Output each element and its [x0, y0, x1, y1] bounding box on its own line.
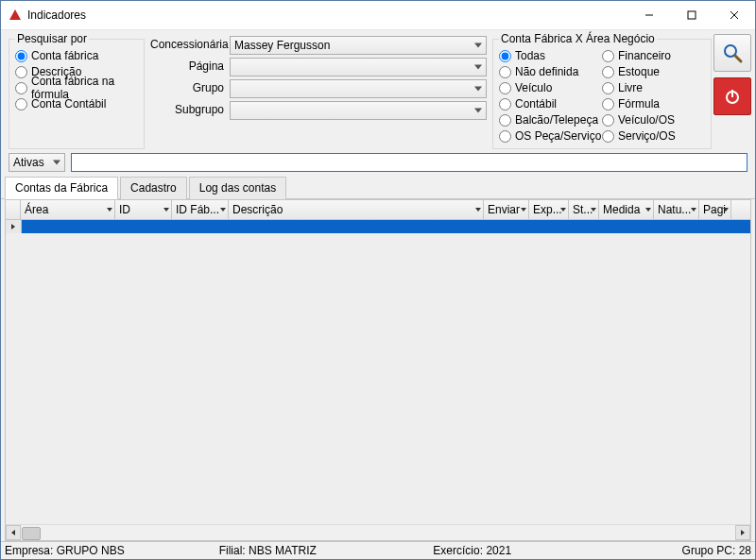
scroll-right-button[interactable] — [735, 525, 750, 540]
radio-input[interactable] — [499, 50, 511, 62]
window-title: Indicadores — [27, 8, 627, 22]
radio-label: Fórmula — [618, 97, 660, 110]
radio-label: OS Peça/Serviço — [515, 129, 601, 143]
dropdown-icon — [645, 208, 651, 212]
radio-input[interactable] — [499, 98, 511, 110]
column-header[interactable]: Descrição — [229, 200, 484, 219]
radio-input[interactable] — [602, 114, 614, 127]
search-input[interactable] — [71, 153, 747, 172]
column-label: ID — [119, 203, 130, 216]
pesquisar-option[interactable]: Conta fábrica — [15, 48, 138, 63]
chevron-down-icon — [474, 87, 482, 92]
radio-input[interactable] — [499, 130, 511, 143]
cfan-option[interactable]: OS Peça/Serviço — [499, 128, 602, 144]
radio-input[interactable] — [499, 82, 511, 94]
column-header[interactable]: ID — [115, 200, 172, 219]
horizontal-scrollbar[interactable] — [6, 524, 750, 540]
column-header[interactable]: Medida — [599, 200, 654, 219]
radio-input[interactable] — [15, 82, 27, 94]
grid-body[interactable] — [6, 233, 750, 524]
radio-input[interactable] — [15, 66, 27, 78]
radio-label: Conta fábrica — [31, 49, 98, 62]
radio-input[interactable] — [602, 50, 614, 62]
cfan-option[interactable]: Serviço/OS — [602, 128, 705, 144]
cfan-option[interactable]: Contábil — [499, 96, 602, 111]
svg-rect-2 — [688, 11, 696, 19]
grupo-combo[interactable] — [230, 79, 487, 98]
radio-input[interactable] — [602, 98, 614, 110]
side-buttons — [713, 32, 751, 149]
triangle-left-icon — [11, 530, 15, 535]
column-header[interactable]: ID Fáb... — [172, 200, 229, 219]
status-grupopc: Grupo PC: 28 — [647, 544, 751, 557]
column-label: Descrição — [232, 203, 283, 216]
concessionaria-value: Massey Fergusson — [234, 39, 330, 52]
radio-label: Serviço/OS — [618, 129, 676, 143]
tab[interactable]: Contas da Fábrica — [5, 177, 118, 199]
dropdown-icon — [521, 208, 526, 212]
tab[interactable]: Log das contas — [189, 177, 286, 199]
column-header[interactable]: Exp... — [529, 200, 569, 219]
pesquisar-option[interactable]: Conta fábrica na fórmula — [15, 80, 138, 95]
column-header[interactable]: Pagi — [699, 200, 731, 219]
mid-filters: Concessionária Massey Fergusson Página G… — [150, 32, 487, 149]
column-label: Enviar — [488, 203, 520, 216]
cfan-option[interactable]: Veículo — [499, 80, 602, 95]
selected-row[interactable] — [6, 220, 750, 233]
grupo-label: Grupo — [150, 79, 226, 98]
cfan-option[interactable]: Livre — [602, 80, 705, 95]
radio-label: Livre — [618, 81, 643, 94]
pesquisar-legend: Pesquisar por — [15, 32, 89, 45]
cfan-option[interactable]: Não definida — [499, 64, 602, 79]
column-header[interactable]: Área — [21, 200, 115, 219]
radio-input[interactable] — [602, 82, 614, 94]
scroll-left-button[interactable] — [6, 525, 21, 540]
scroll-thumb[interactable] — [22, 527, 41, 540]
subgrupo-label: Subgrupo — [150, 101, 226, 120]
radio-label: Não definida — [515, 65, 578, 78]
triangle-right-icon — [741, 530, 745, 535]
close-button[interactable] — [713, 1, 755, 29]
conta-fabrica-area-group: Conta Fábrica X Área Negócio TodasNão de… — [492, 32, 712, 149]
search-button[interactable] — [713, 34, 751, 72]
tab[interactable]: Cadastro — [120, 177, 187, 199]
status-value: Ativas — [13, 156, 44, 169]
svg-line-6 — [735, 56, 741, 61]
cfan-option[interactable]: Todas — [499, 48, 602, 63]
concessionaria-combo[interactable]: Massey Fergusson — [230, 36, 487, 55]
radio-input[interactable] — [499, 114, 511, 127]
column-label: Exp... — [533, 203, 562, 216]
concessionaria-label: Concessionária — [150, 36, 226, 55]
column-header[interactable]: St... — [569, 200, 599, 219]
cfan-option[interactable]: Financeiro — [602, 48, 705, 63]
radio-input[interactable] — [499, 66, 511, 78]
subgrupo-combo[interactable] — [230, 101, 487, 120]
triangle-right-icon — [11, 224, 15, 229]
titlebar: Indicadores — [1, 1, 755, 30]
radio-input[interactable] — [602, 130, 614, 143]
status-combo[interactable]: Ativas — [9, 153, 65, 172]
search-row: Ativas — [1, 151, 755, 176]
cfan-option[interactable]: Fórmula — [602, 96, 705, 111]
radio-label: Estoque — [618, 65, 660, 78]
status-filial: Filial: NBS MATRIZ — [219, 544, 434, 557]
cfan-legend: Conta Fábrica X Área Negócio — [499, 32, 657, 45]
cfan-option[interactable]: Balcão/Telepeça — [499, 112, 602, 127]
column-header[interactable]: Natu... — [654, 200, 699, 219]
cfan-option[interactable]: Veículo/OS — [602, 112, 705, 127]
row-indicator-header — [6, 200, 21, 219]
app-icon — [9, 8, 22, 22]
cfan-option[interactable]: Estoque — [602, 64, 705, 79]
power-button[interactable] — [713, 77, 751, 115]
radio-label: Conta Contábil — [31, 97, 106, 110]
window-buttons — [627, 1, 755, 29]
row-marker — [6, 220, 22, 233]
column-header[interactable]: Enviar — [484, 200, 529, 219]
maximize-button[interactable] — [670, 1, 713, 29]
minimize-button[interactable] — [627, 1, 670, 29]
radio-input[interactable] — [15, 50, 27, 62]
pagina-combo[interactable] — [230, 58, 487, 76]
radio-input[interactable] — [602, 66, 614, 78]
dropdown-icon — [220, 208, 226, 212]
radio-input[interactable] — [15, 98, 27, 110]
